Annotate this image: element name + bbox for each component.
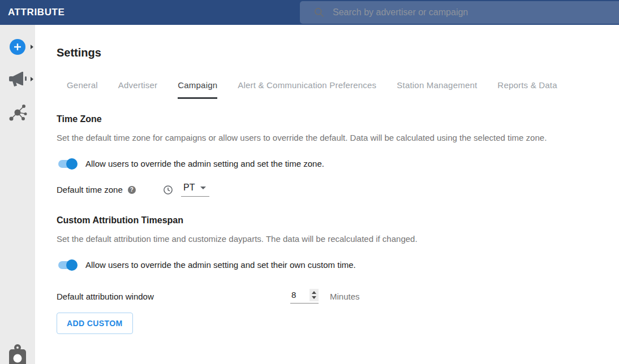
clock-icon xyxy=(163,185,173,195)
quantity-stepper[interactable] xyxy=(310,289,319,301)
time-zone-description: Set the default time zone for campaigns … xyxy=(57,133,619,142)
custom-attribution-heading: Custom Attribution Timespan xyxy=(57,215,619,226)
network-hub-icon xyxy=(7,104,28,122)
time-zone-heading: Time Zone xyxy=(57,114,619,124)
default-time-zone-label-group: Default time zone ? xyxy=(57,185,163,194)
stepper-up-icon[interactable] xyxy=(312,291,316,294)
tab-general[interactable]: General xyxy=(67,80,98,99)
sidebar-item-account[interactable] xyxy=(0,344,35,364)
top-bar: ATTRIBUTE xyxy=(0,0,619,25)
stepper-down-icon[interactable] xyxy=(312,296,316,299)
plus-icon xyxy=(10,39,25,55)
custom-attribution-toggle-label: Allow users to override the admin settin… xyxy=(85,260,356,270)
custom-attribution-toggle-row: Allow users to override the admin settin… xyxy=(57,260,619,270)
default-time-zone-label: Default time zone xyxy=(57,185,123,194)
tab-reports-data[interactable]: Reports & Data xyxy=(497,80,557,99)
toggle-knob xyxy=(66,259,78,271)
time-zone-toggle-row: Allow users to override the admin settin… xyxy=(57,159,619,168)
time-zone-selected-value: PT xyxy=(183,183,195,193)
settings-tabs: General Advertiser Campaign Alert & Comm… xyxy=(57,80,619,99)
help-icon[interactable]: ? xyxy=(128,186,136,194)
attribution-window-input-group xyxy=(290,289,319,304)
attribution-window-label: Default attribution window xyxy=(57,292,290,301)
time-zone-section: Time Zone Set the default time zone for … xyxy=(57,114,619,197)
custom-time-override-toggle[interactable] xyxy=(58,261,76,269)
time-zone-toggle-label: Allow users to override the admin settin… xyxy=(85,159,324,168)
tab-advertiser[interactable]: Advertiser xyxy=(118,80,158,99)
sidebar xyxy=(0,25,35,364)
main-content: Settings General Advertiser Campaign Ale… xyxy=(35,25,619,364)
tab-alert-communication-preferences[interactable]: Alert & Communication Preferences xyxy=(238,80,376,99)
sidebar-item-attribution[interactable] xyxy=(0,101,35,125)
add-flyout-caret-icon xyxy=(31,45,33,49)
megaphone-icon xyxy=(8,71,27,88)
attribution-window-row: Default attribution window Minutes xyxy=(57,289,619,304)
add-custom-button[interactable]: ADD CUSTOM xyxy=(57,313,133,334)
chevron-down-icon xyxy=(200,187,206,189)
attribution-window-input[interactable] xyxy=(290,290,310,301)
search-icon xyxy=(313,7,325,18)
sidebar-item-campaigns[interactable] xyxy=(0,67,35,92)
page-title: Settings xyxy=(57,46,619,59)
custom-attribution-description: Set the default attribution time and cus… xyxy=(57,234,619,244)
toggle-knob xyxy=(66,158,78,170)
search-box[interactable] xyxy=(300,1,619,24)
tab-station-management[interactable]: Station Management xyxy=(397,80,477,99)
tab-campaign[interactable]: Campaign xyxy=(178,80,217,99)
campaigns-flyout-caret-icon xyxy=(31,77,33,81)
add-button[interactable] xyxy=(0,34,35,59)
time-zone-override-toggle[interactable] xyxy=(58,160,76,168)
attribution-window-unit: Minutes xyxy=(330,292,360,301)
search-input[interactable] xyxy=(333,7,570,18)
time-zone-select[interactable]: PT xyxy=(181,183,209,197)
app-logo: ATTRIBUTE xyxy=(8,7,65,18)
default-time-zone-row: Default time zone ? PT xyxy=(57,183,619,197)
account-badge-icon xyxy=(6,343,29,364)
custom-attribution-section: Custom Attribution Timespan Set the defa… xyxy=(57,215,619,334)
